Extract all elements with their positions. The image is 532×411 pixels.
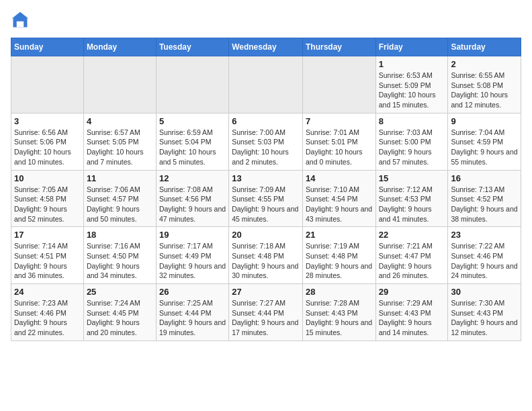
day-info: Sunrise: 7:22 AM Sunset: 4:46 PM Dayligh… bbox=[451, 241, 518, 281]
day-header-wednesday: Wednesday bbox=[229, 38, 303, 56]
day-header-sunday: Sunday bbox=[11, 38, 84, 56]
calendar-cell bbox=[302, 56, 375, 113]
day-number: 26 bbox=[159, 287, 226, 297]
calendar-cell: 5Sunrise: 6:59 AM Sunset: 5:04 PM Daylig… bbox=[156, 113, 228, 170]
day-number: 17 bbox=[14, 230, 81, 240]
day-number: 29 bbox=[379, 287, 445, 297]
day-number: 28 bbox=[306, 287, 373, 297]
calendar-cell: 11Sunrise: 7:06 AM Sunset: 4:57 PM Dayli… bbox=[83, 170, 156, 227]
calendar-cell: 12Sunrise: 7:08 AM Sunset: 4:56 PM Dayli… bbox=[156, 170, 228, 227]
day-number: 16 bbox=[451, 173, 518, 183]
calendar-cell: 30Sunrise: 7:30 AM Sunset: 4:43 PM Dayli… bbox=[448, 284, 521, 341]
day-info: Sunrise: 7:30 AM Sunset: 4:43 PM Dayligh… bbox=[451, 298, 518, 338]
day-info: Sunrise: 7:01 AM Sunset: 5:01 PM Dayligh… bbox=[306, 128, 373, 167]
calendar-cell: 9Sunrise: 7:04 AM Sunset: 4:59 PM Daylig… bbox=[448, 113, 521, 170]
day-info: Sunrise: 7:09 AM Sunset: 4:55 PM Dayligh… bbox=[232, 185, 300, 224]
day-info: Sunrise: 6:53 AM Sunset: 5:09 PM Dayligh… bbox=[379, 71, 445, 110]
day-info: Sunrise: 7:25 AM Sunset: 4:44 PM Dayligh… bbox=[159, 298, 226, 338]
day-info: Sunrise: 7:03 AM Sunset: 5:00 PM Dayligh… bbox=[379, 128, 445, 167]
day-info: Sunrise: 7:00 AM Sunset: 5:03 PM Dayligh… bbox=[232, 128, 300, 167]
calendar-cell: 25Sunrise: 7:24 AM Sunset: 4:45 PM Dayli… bbox=[83, 284, 156, 341]
day-number: 9 bbox=[451, 116, 518, 126]
svg-rect-2 bbox=[17, 21, 24, 28]
day-number: 25 bbox=[87, 287, 153, 297]
page-header bbox=[11, 11, 521, 30]
day-number: 12 bbox=[159, 173, 226, 183]
day-info: Sunrise: 7:06 AM Sunset: 4:57 PM Dayligh… bbox=[87, 185, 153, 224]
calendar-cell: 24Sunrise: 7:23 AM Sunset: 4:46 PM Dayli… bbox=[11, 284, 84, 341]
day-number: 11 bbox=[87, 173, 153, 183]
calendar-cell: 14Sunrise: 7:10 AM Sunset: 4:54 PM Dayli… bbox=[302, 170, 375, 227]
day-number: 1 bbox=[379, 59, 445, 69]
logo bbox=[11, 11, 32, 30]
calendar-cell: 23Sunrise: 7:22 AM Sunset: 4:46 PM Dayli… bbox=[448, 227, 521, 284]
day-number: 22 bbox=[379, 230, 445, 240]
day-number: 8 bbox=[379, 116, 445, 126]
day-number: 4 bbox=[87, 116, 153, 126]
day-number: 13 bbox=[232, 173, 300, 183]
day-number: 2 bbox=[451, 59, 518, 69]
calendar-table: SundayMondayTuesdayWednesdayThursdayFrid… bbox=[11, 38, 521, 341]
calendar-cell: 3Sunrise: 6:56 AM Sunset: 5:06 PM Daylig… bbox=[11, 113, 84, 170]
day-info: Sunrise: 7:19 AM Sunset: 4:48 PM Dayligh… bbox=[306, 241, 373, 281]
day-number: 19 bbox=[159, 230, 226, 240]
day-info: Sunrise: 7:29 AM Sunset: 4:43 PM Dayligh… bbox=[379, 298, 445, 338]
calendar-cell: 19Sunrise: 7:17 AM Sunset: 4:49 PM Dayli… bbox=[156, 227, 228, 284]
week-row-3: 10Sunrise: 7:05 AM Sunset: 4:58 PM Dayli… bbox=[11, 170, 521, 227]
day-header-friday: Friday bbox=[375, 38, 448, 56]
day-info: Sunrise: 7:05 AM Sunset: 4:58 PM Dayligh… bbox=[14, 185, 81, 224]
calendar-cell bbox=[83, 56, 156, 113]
day-number: 15 bbox=[379, 173, 445, 183]
day-info: Sunrise: 7:28 AM Sunset: 4:43 PM Dayligh… bbox=[306, 298, 373, 338]
calendar-cell: 17Sunrise: 7:14 AM Sunset: 4:51 PM Dayli… bbox=[11, 227, 84, 284]
day-info: Sunrise: 6:57 AM Sunset: 5:05 PM Dayligh… bbox=[87, 128, 153, 167]
day-number: 27 bbox=[232, 287, 300, 297]
calendar-cell: 16Sunrise: 7:13 AM Sunset: 4:52 PM Dayli… bbox=[448, 170, 521, 227]
week-row-5: 24Sunrise: 7:23 AM Sunset: 4:46 PM Dayli… bbox=[11, 284, 521, 341]
day-header-tuesday: Tuesday bbox=[156, 38, 228, 56]
calendar-cell: 21Sunrise: 7:19 AM Sunset: 4:48 PM Dayli… bbox=[302, 227, 375, 284]
logo-icon bbox=[11, 11, 30, 30]
calendar-cell: 7Sunrise: 7:01 AM Sunset: 5:01 PM Daylig… bbox=[302, 113, 375, 170]
calendar-cell: 26Sunrise: 7:25 AM Sunset: 4:44 PM Dayli… bbox=[156, 284, 228, 341]
calendar-cell bbox=[229, 56, 303, 113]
day-info: Sunrise: 7:04 AM Sunset: 4:59 PM Dayligh… bbox=[451, 128, 518, 167]
calendar-cell: 4Sunrise: 6:57 AM Sunset: 5:05 PM Daylig… bbox=[83, 113, 156, 170]
calendar-cell: 27Sunrise: 7:27 AM Sunset: 4:44 PM Dayli… bbox=[229, 284, 303, 341]
day-info: Sunrise: 7:16 AM Sunset: 4:50 PM Dayligh… bbox=[87, 241, 153, 281]
week-row-4: 17Sunrise: 7:14 AM Sunset: 4:51 PM Dayli… bbox=[11, 227, 521, 284]
calendar-cell: 28Sunrise: 7:28 AM Sunset: 4:43 PM Dayli… bbox=[302, 284, 375, 341]
day-number: 3 bbox=[14, 116, 81, 126]
day-number: 20 bbox=[232, 230, 300, 240]
calendar-cell: 20Sunrise: 7:18 AM Sunset: 4:48 PM Dayli… bbox=[229, 227, 303, 284]
calendar-cell: 15Sunrise: 7:12 AM Sunset: 4:53 PM Dayli… bbox=[375, 170, 448, 227]
day-number: 5 bbox=[159, 116, 226, 126]
day-number: 30 bbox=[451, 287, 518, 297]
day-info: Sunrise: 7:13 AM Sunset: 4:52 PM Dayligh… bbox=[451, 185, 518, 224]
day-number: 21 bbox=[306, 230, 373, 240]
day-info: Sunrise: 6:59 AM Sunset: 5:04 PM Dayligh… bbox=[159, 128, 226, 167]
day-info: Sunrise: 7:08 AM Sunset: 4:56 PM Dayligh… bbox=[159, 185, 226, 224]
day-header-monday: Monday bbox=[83, 38, 156, 56]
day-info: Sunrise: 7:23 AM Sunset: 4:46 PM Dayligh… bbox=[14, 298, 81, 338]
day-header-thursday: Thursday bbox=[302, 38, 375, 56]
calendar-cell: 2Sunrise: 6:55 AM Sunset: 5:08 PM Daylig… bbox=[448, 56, 521, 113]
calendar-cell: 8Sunrise: 7:03 AM Sunset: 5:00 PM Daylig… bbox=[375, 113, 448, 170]
day-info: Sunrise: 7:27 AM Sunset: 4:44 PM Dayligh… bbox=[232, 298, 300, 338]
day-number: 23 bbox=[451, 230, 518, 240]
calendar-cell bbox=[156, 56, 228, 113]
day-info: Sunrise: 7:12 AM Sunset: 4:53 PM Dayligh… bbox=[379, 185, 445, 224]
week-row-1: 1Sunrise: 6:53 AM Sunset: 5:09 PM Daylig… bbox=[11, 56, 521, 113]
calendar-cell: 22Sunrise: 7:21 AM Sunset: 4:47 PM Dayli… bbox=[375, 227, 448, 284]
day-header-saturday: Saturday bbox=[448, 38, 521, 56]
day-number: 6 bbox=[232, 116, 300, 126]
calendar-cell: 10Sunrise: 7:05 AM Sunset: 4:58 PM Dayli… bbox=[11, 170, 84, 227]
day-info: Sunrise: 7:10 AM Sunset: 4:54 PM Dayligh… bbox=[306, 185, 373, 224]
calendar-cell: 1Sunrise: 6:53 AM Sunset: 5:09 PM Daylig… bbox=[375, 56, 448, 113]
calendar-cell: 18Sunrise: 7:16 AM Sunset: 4:50 PM Dayli… bbox=[83, 227, 156, 284]
day-number: 7 bbox=[306, 116, 373, 126]
week-row-2: 3Sunrise: 6:56 AM Sunset: 5:06 PM Daylig… bbox=[11, 113, 521, 170]
day-info: Sunrise: 6:55 AM Sunset: 5:08 PM Dayligh… bbox=[451, 71, 518, 110]
day-info: Sunrise: 6:56 AM Sunset: 5:06 PM Dayligh… bbox=[14, 128, 81, 167]
calendar-cell bbox=[11, 56, 84, 113]
